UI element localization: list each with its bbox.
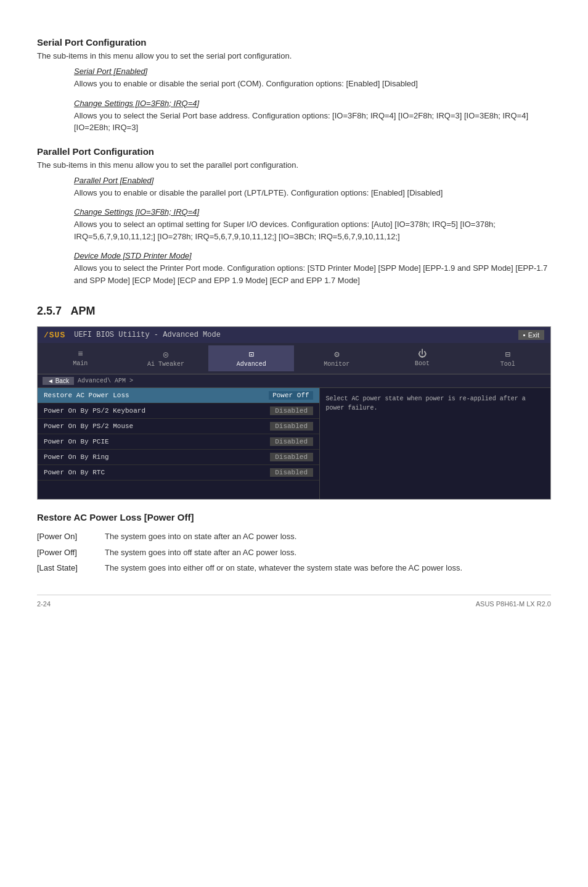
serial-port-sub2-desc: Allows you to select the Serial Port bas…	[74, 110, 551, 134]
parallel-port-sub2-title: Change Settings [IO=3F8h; IRQ=4]	[74, 207, 551, 217]
bios-row-restore-ac-value: Power Off	[269, 391, 312, 400]
bios-nav-monitor[interactable]: ⚙ Monitor	[294, 345, 380, 371]
last-state-label: [Last State]	[37, 560, 99, 576]
serial-port-subitem-2: Change Settings [IO=3F8h; IRQ=4] Allows …	[74, 99, 551, 134]
bios-row-pcie-value: Disabled	[270, 437, 313, 446]
parallel-port-sub3-desc: Allows you to select the Printer Port mo…	[74, 262, 551, 286]
boot-nav-icon: ⏻	[382, 349, 463, 359]
parallel-port-title: Parallel Port Configuration	[37, 146, 551, 157]
parallel-port-sub1-desc: Allows you to enable or disable the para…	[74, 187, 551, 199]
bios-body: Restore AC Power Loss Power Off Power On…	[38, 388, 550, 499]
serial-port-sub1-desc: Allows you to enable or disable the seri…	[74, 78, 551, 90]
advanced-nav-icon: ⊡	[211, 349, 292, 360]
restore-ac-title: Restore AC Power Loss [Power Off]	[37, 512, 551, 522]
power-off-row: [Power Off] The system goes into off sta…	[37, 545, 551, 561]
bios-nav-main[interactable]: ≡ Main	[38, 345, 123, 371]
parallel-port-sub3-title: Device Mode [STD Printer Mode]	[74, 251, 551, 260]
serial-port-sub2-title: Change Settings [IO=3F8h; IRQ=4]	[74, 99, 551, 108]
bios-header-title: UEFI BIOS Utility - Advanced Mode	[74, 331, 221, 339]
bios-nav-boot[interactable]: ⏻ Boot	[380, 345, 465, 371]
restore-ac-section: Restore AC Power Loss [Power Off] [Power…	[37, 512, 551, 576]
power-on-row: [Power On] The system goes into on state…	[37, 529, 551, 545]
apm-section-number: 2.5.7 APM	[37, 305, 551, 318]
bios-row-rtc-value: Disabled	[270, 468, 313, 477]
page-footer: 2-24 ASUS P8H61-M LX R2.0	[37, 595, 551, 608]
bios-row-restore-ac[interactable]: Restore AC Power Loss Power Off	[38, 388, 319, 403]
bios-settings-list: Restore AC Power Loss Power Off Power On…	[38, 388, 320, 499]
parallel-port-subitem-3: Device Mode [STD Printer Mode] Allows yo…	[74, 251, 551, 286]
bios-help-text: Select AC power state when power is re-a…	[320, 388, 550, 499]
monitor-nav-icon: ⚙	[296, 349, 377, 360]
bios-row-ring-value: Disabled	[270, 453, 313, 461]
bios-row-rtc[interactable]: Power On By RTC Disabled	[38, 465, 319, 481]
bios-row-ps2-mouse-value: Disabled	[270, 422, 313, 431]
bios-logo: /SUS	[44, 331, 65, 340]
power-on-label: [Power On]	[37, 529, 99, 545]
parallel-port-subitem-2: Change Settings [IO=3F8h; IRQ=4] Allows …	[74, 207, 551, 242]
bios-row-rtc-label: Power On By RTC	[44, 469, 270, 476]
power-on-desc: The system goes into on state after an A…	[99, 529, 551, 545]
bios-exit-button[interactable]: ▪ Exit	[518, 330, 544, 340]
bios-row-ps2-mouse[interactable]: Power On By PS/2 Mouse Disabled	[38, 419, 319, 434]
bios-back-button[interactable]: ◄ Back	[43, 377, 74, 385]
tool-nav-icon: ⊟	[467, 349, 548, 360]
last-state-desc: The system goes into either off or on st…	[99, 560, 551, 576]
parallel-port-sub2-desc: Allows you to select an optimal setting …	[74, 218, 551, 242]
main-nav-icon: ≡	[40, 349, 121, 359]
restore-ac-table: [Power On] The system goes into on state…	[37, 529, 551, 576]
last-state-row: [Last State] The system goes into either…	[37, 560, 551, 576]
exit-icon: ▪	[523, 331, 526, 339]
parallel-port-sub1-title: Parallel Port [Enabled]	[74, 176, 551, 185]
serial-port-desc: The sub-items in this menu allow you to …	[37, 51, 551, 60]
bios-row-ring-label: Power On By Ring	[44, 453, 270, 461]
bios-row-ps2-keyboard-label: Power On By PS/2 Keyboard	[44, 407, 270, 415]
footer-page-number: 2-24	[37, 600, 51, 608]
bios-row-ps2-keyboard[interactable]: Power On By PS/2 Keyboard Disabled	[38, 403, 319, 419]
bios-header: /SUS UEFI BIOS Utility - Advanced Mode ▪…	[38, 327, 550, 343]
serial-port-sub1-title: Serial Port [Enabled]	[74, 67, 551, 76]
apm-section: 2.5.7 APM /SUS UEFI BIOS Utility - Advan…	[37, 305, 551, 500]
bios-row-pcie[interactable]: Power On By PCIE Disabled	[38, 434, 319, 450]
bios-row-restore-ac-label: Restore AC Power Loss	[44, 392, 269, 399]
bios-ui: /SUS UEFI BIOS Utility - Advanced Mode ▪…	[37, 326, 551, 500]
bios-row-ps2-mouse-label: Power On By PS/2 Mouse	[44, 423, 270, 430]
parallel-port-subitem-1: Parallel Port [Enabled] Allows you to en…	[74, 176, 551, 199]
bios-row-ps2-keyboard-value: Disabled	[270, 406, 313, 415]
serial-port-subitem-1: Serial Port [Enabled] Allows you to enab…	[74, 67, 551, 90]
back-arrow-icon: ◄	[47, 377, 54, 384]
bios-nav: ≡ Main ◎ Ai Tweaker ⊡ Advanced ⚙ Monitor…	[38, 343, 550, 374]
bios-row-pcie-label: Power On By PCIE	[44, 438, 270, 445]
bios-breadcrumb: ◄ Back Advanced\ APM >	[38, 374, 550, 388]
serial-port-title: Serial Port Configuration	[37, 37, 551, 47]
power-off-label: [Power Off]	[37, 545, 99, 561]
serial-port-section: Serial Port Configuration The sub-items …	[37, 37, 551, 134]
power-off-desc: The system goes into off state after an …	[99, 545, 551, 561]
bios-nav-advanced[interactable]: ⊡ Advanced	[208, 345, 294, 371]
footer-product-name: ASUS P8H61-M LX R2.0	[476, 600, 551, 608]
ai-tweaker-nav-icon: ◎	[126, 349, 206, 360]
bios-row-ring[interactable]: Power On By Ring Disabled	[38, 450, 319, 465]
breadcrumb-path: Advanced\ APM >	[78, 377, 133, 384]
bios-nav-ai-tweaker[interactable]: ◎ Ai Tweaker	[123, 345, 209, 371]
parallel-port-section: Parallel Port Configuration The sub-item…	[37, 146, 551, 287]
parallel-port-desc: The sub-items in this menu allow you to …	[37, 160, 551, 170]
bios-nav-tool[interactable]: ⊟ Tool	[465, 345, 550, 371]
